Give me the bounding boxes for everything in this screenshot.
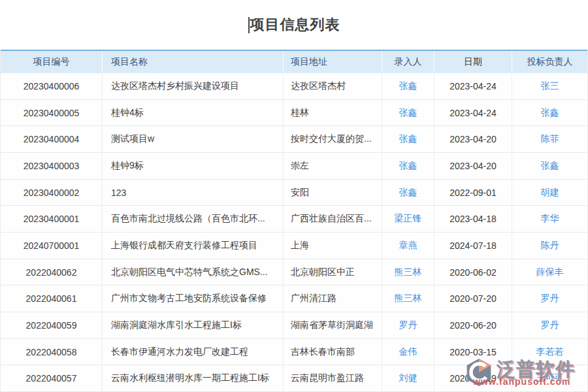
entered-by-link[interactable]: 章燕 bbox=[399, 240, 417, 252]
cell-date: 2020-06-02 bbox=[434, 259, 512, 286]
cell-project-address: 吉林长春市南部 bbox=[283, 339, 382, 365]
bid-manager-link[interactable]: 张鑫 bbox=[541, 160, 559, 172]
table-row: 20230400003桂钟9标崇左张鑫2023-04-20张鑫 bbox=[1, 153, 587, 180]
cell-project-name: 广州市文物考古工地安防系统设备保修 bbox=[102, 286, 283, 312]
bid-manager-link[interactable]: 陈丹 bbox=[541, 240, 559, 252]
cell-project-number: 2022040061 bbox=[1, 286, 102, 312]
table-row: 2022040061广州市文物考古工地安防系统设备保修广州清江路熊三林2020-… bbox=[1, 286, 587, 312]
cell-bid-manager: 罗丹 bbox=[512, 312, 587, 338]
column-header-project-address: 项目地址 bbox=[283, 51, 382, 73]
page-title: 项目信息列表 bbox=[250, 15, 340, 35]
cell-project-number: 2022040062 bbox=[1, 259, 102, 286]
entered-by-link[interactable]: 金伟 bbox=[399, 346, 417, 358]
cell-bid-manager: 胡建 bbox=[512, 180, 587, 206]
project-table: 项目编号 项目名称 项目地址 录入人 日期 投标负责人 20230400006达… bbox=[0, 50, 588, 392]
cell-project-address: 按时交付大厦的贺... bbox=[283, 126, 382, 152]
bid-manager-link[interactable]: 罗丹 bbox=[541, 319, 559, 331]
cell-date: 2023-04-24 bbox=[434, 100, 512, 126]
table-header-row: 项目编号 项目名称 项目地址 录入人 日期 投标负责人 bbox=[1, 50, 587, 73]
cell-project-address: 湖南省茅草街洞庭湖 bbox=[283, 312, 382, 338]
cell-date: 2022-09-01 bbox=[434, 180, 512, 206]
entered-by-link[interactable]: 刘健 bbox=[399, 372, 417, 384]
cell-date: 2023-04-20 bbox=[434, 153, 512, 179]
table-row: 20230400005桂钟4标桂林张鑫2023-04-24张鑫 bbox=[1, 100, 587, 127]
cell-project-number: 20230400006 bbox=[1, 73, 102, 99]
cell-entered-by: 熊三林 bbox=[382, 286, 434, 312]
bid-manager-link[interactable]: 罗丹 bbox=[541, 293, 559, 304]
entered-by-link[interactable]: 张鑫 bbox=[399, 80, 417, 92]
entered-by-link[interactable]: 熊三林 bbox=[395, 293, 422, 304]
cell-date: 2020-05-19 bbox=[434, 365, 512, 391]
cell-bid-manager: 薛保丰 bbox=[512, 259, 587, 286]
cell-project-number: 2022040057 bbox=[1, 365, 102, 391]
column-header-entered-by: 录入人 bbox=[382, 51, 434, 73]
cell-project-name: 长春市伊通河水力发电厂改建工程 bbox=[102, 339, 283, 365]
cell-bid-manager: 张鑫 bbox=[512, 153, 587, 179]
entered-by-link[interactable]: 张鑫 bbox=[399, 107, 417, 119]
column-header-bid-manager: 投标负责人 bbox=[512, 51, 587, 73]
cell-project-name: 桂钟4标 bbox=[102, 100, 283, 126]
bid-manager-link[interactable]: 胡建 bbox=[541, 187, 559, 199]
bid-manager-link[interactable]: 薛保丰 bbox=[536, 267, 564, 278]
bid-manager-link[interactable]: 陈菲 bbox=[541, 133, 559, 145]
cell-entered-by: 张鑫 bbox=[382, 100, 434, 126]
cell-entered-by: 刘健 bbox=[382, 365, 434, 391]
cell-date: 2024-07-18 bbox=[434, 233, 512, 259]
cell-project-number: 20230400004 bbox=[1, 126, 102, 152]
cell-project-name: 桂钟9标 bbox=[102, 153, 283, 179]
column-header-project-number: 项目编号 bbox=[1, 51, 102, 73]
table-row: 20230400001百色市南北过境线公路（百色市北环...广西壮族自治区百..… bbox=[1, 206, 587, 233]
cell-date: 2023-04-18 bbox=[434, 206, 512, 232]
entered-by-link[interactable]: 罗丹 bbox=[399, 319, 417, 331]
entered-by-link[interactable]: 张鑫 bbox=[399, 160, 417, 172]
cell-project-name: 百色市南北过境线公路（百色市北环... bbox=[102, 206, 283, 232]
table-row: 2022040058长春市伊通河水力发电厂改建工程吉林长春市南部金伟2020-0… bbox=[1, 339, 587, 366]
cell-project-number: 20230400003 bbox=[1, 153, 102, 179]
bid-manager-link[interactable]: 李华 bbox=[541, 213, 559, 225]
column-header-project-name: 项目名称 bbox=[102, 51, 283, 73]
cell-entered-by: 罗丹 bbox=[382, 312, 434, 338]
table-row: 2022040062北京朝阳区电气中芯特气系统之GMS...北京朝阳区中正熊三林… bbox=[1, 259, 587, 286]
table-row: 20240700001上海银行成都天府支行装修工程项目上海章燕2024-07-1… bbox=[1, 233, 587, 259]
bid-manager-link[interactable]: 李若若 bbox=[536, 346, 564, 358]
cell-bid-manager: 张三 bbox=[512, 73, 587, 99]
cell-entered-by: 金伟 bbox=[382, 339, 434, 365]
entered-by-link[interactable]: 张鑫 bbox=[399, 133, 417, 145]
cell-project-number: 20230400005 bbox=[1, 100, 102, 126]
cell-project-address: 云南昆明市盈江路 bbox=[283, 365, 382, 391]
bid-manager-link[interactable]: 张三 bbox=[541, 80, 559, 92]
cell-entered-by: 张鑫 bbox=[382, 73, 434, 99]
cell-project-name: 云南水利枢纽潜明水库一期工程施工I标 bbox=[102, 365, 283, 391]
cell-date: 2020-06-20 bbox=[434, 312, 512, 338]
cell-project-name: 123 bbox=[102, 180, 283, 206]
bid-manager-link[interactable]: 王可可 bbox=[536, 372, 564, 384]
cell-bid-manager: 李华 bbox=[512, 206, 587, 232]
table-row: 20230400002123安阳张鑫2022-09-01胡建 bbox=[1, 180, 587, 206]
cell-date: 2023-04-24 bbox=[434, 73, 512, 99]
entered-by-link[interactable]: 梁正锋 bbox=[395, 213, 422, 225]
cell-bid-manager: 李若若 bbox=[512, 339, 587, 365]
cell-project-address: 桂林 bbox=[283, 100, 382, 126]
cell-entered-by: 章燕 bbox=[382, 233, 434, 259]
bid-manager-link[interactable]: 张鑫 bbox=[541, 107, 559, 119]
cell-project-name: 北京朝阳区电气中芯特气系统之GMS... bbox=[102, 259, 283, 286]
cell-project-number: 20240700001 bbox=[1, 233, 102, 259]
cell-bid-manager: 张鑫 bbox=[512, 100, 587, 126]
cell-entered-by: 熊三林 bbox=[382, 259, 434, 286]
cell-project-address: 广州清江路 bbox=[283, 286, 382, 312]
cell-bid-manager: 陈丹 bbox=[512, 233, 587, 259]
cell-project-number: 20230400001 bbox=[1, 206, 102, 232]
table-row: 2022040059湖南洞庭湖水库引水工程施工I标湖南省茅草街洞庭湖罗丹2020… bbox=[1, 312, 587, 339]
entered-by-link[interactable]: 熊三林 bbox=[395, 267, 422, 278]
table-row: 2022040057云南水利枢纽潜明水库一期工程施工I标云南昆明市盈江路刘健20… bbox=[1, 365, 587, 392]
cell-bid-manager: 罗丹 bbox=[512, 286, 587, 312]
cell-entered-by: 张鑫 bbox=[382, 180, 434, 206]
cell-entered-by: 张鑫 bbox=[382, 126, 434, 152]
cell-project-number: 2022040059 bbox=[1, 312, 102, 338]
cell-bid-manager: 陈菲 bbox=[512, 126, 587, 152]
entered-by-link[interactable]: 张鑫 bbox=[399, 187, 417, 199]
table-row: 20230400004测试项目w按时交付大厦的贺...张鑫2023-04-20陈… bbox=[1, 126, 587, 153]
cell-project-number: 2022040058 bbox=[1, 339, 102, 365]
table-row: 20230400006达孜区塔杰村乡村振兴建设项目达孜区塔杰村张鑫2023-04… bbox=[1, 73, 587, 100]
cell-project-name: 达孜区塔杰村乡村振兴建设项目 bbox=[102, 73, 283, 99]
